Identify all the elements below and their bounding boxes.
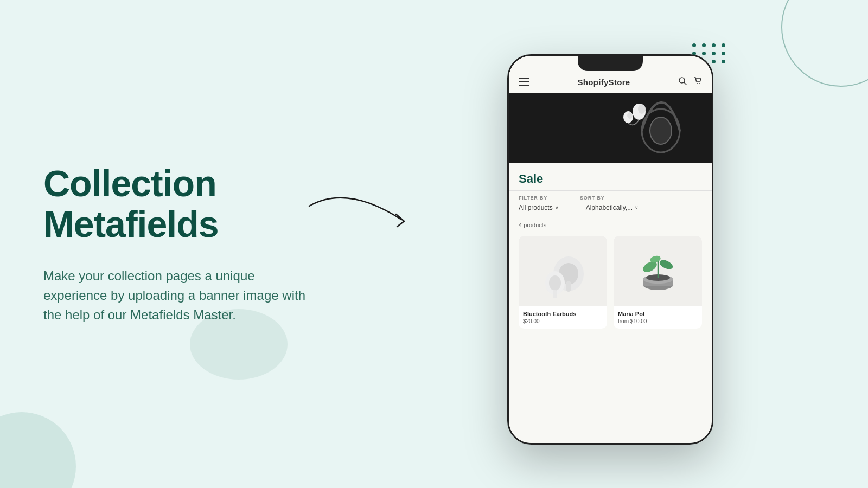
product-info-pot: Maria Pot from $10.00	[614, 306, 702, 329]
products-count: 4 products	[509, 216, 712, 232]
phone-screen: ShopifyStore	[509, 56, 712, 443]
product-price-earbuds: $20.00	[523, 318, 603, 324]
svg-point-14	[549, 275, 561, 291]
product-card-earbuds[interactable]: Bluetooth Earbuds $20.00	[519, 236, 607, 329]
store-name: ShopifyStore	[578, 78, 630, 87]
main-container: Collection Metafields Make your collecti…	[0, 0, 868, 488]
phone-mockup: ShopifyStore	[507, 54, 713, 445]
collection-banner	[509, 93, 712, 163]
svg-point-10	[627, 112, 633, 119]
hamburger-line-3	[519, 85, 529, 86]
page-description: Make your collection pages a unique expe…	[43, 266, 320, 325]
page-title: Collection Metafields	[43, 163, 320, 245]
arrow-decoration	[304, 190, 439, 235]
sort-chevron-icon: ∨	[635, 205, 639, 210]
svg-point-3	[699, 83, 700, 84]
phone-nav: ShopifyStore	[509, 71, 712, 93]
hamburger-line-2	[519, 81, 529, 82]
search-icon[interactable]	[678, 76, 687, 87]
left-content-section: Collection Metafields Make your collecti…	[0, 131, 353, 357]
product-card-pot[interactable]: Maria Pot from $10.00	[614, 236, 702, 329]
product-name-earbuds: Bluetooth Earbuds	[523, 311, 603, 317]
product-image-earbuds	[519, 236, 607, 306]
filter-sort-dropdowns: All products ∨ Alphabetically,... ∨	[519, 204, 702, 211]
sort-value: Alphabetically,...	[586, 204, 633, 211]
product-image-pot	[614, 236, 702, 306]
product-price-pot: from $10.00	[618, 318, 698, 324]
svg-point-23	[658, 258, 674, 271]
svg-point-8	[638, 104, 646, 114]
sort-by-label: SORT BY	[580, 195, 605, 201]
svg-line-1	[684, 82, 686, 85]
product-grid: Bluetooth Earbuds $20.00	[509, 232, 712, 333]
phone-area: ShopifyStore	[353, 43, 868, 445]
filter-sort-labels: FILTER BY SORT BY	[519, 195, 702, 201]
product-name-pot: Maria Pot	[618, 311, 698, 317]
svg-rect-16	[566, 281, 571, 292]
svg-point-6	[650, 117, 672, 144]
cart-icon[interactable]	[693, 76, 702, 87]
phone-notch	[578, 56, 643, 71]
filter-value: All products	[519, 204, 553, 211]
collection-title: Sale	[509, 163, 712, 190]
nav-icons-group	[678, 76, 702, 87]
hamburger-line-1	[519, 78, 529, 79]
filter-chevron-icon: ∨	[555, 205, 559, 210]
filter-dropdown[interactable]: All products ∨	[519, 204, 559, 211]
svg-rect-15	[553, 290, 557, 298]
filter-sort-section: FILTER BY SORT BY All products ∨ Alphabe…	[509, 190, 712, 216]
product-info-earbuds: Bluetooth Earbuds $20.00	[519, 306, 607, 329]
hamburger-menu-button[interactable]	[519, 78, 529, 86]
filter-by-label: FILTER BY	[519, 195, 547, 201]
svg-point-2	[697, 83, 698, 84]
sort-dropdown[interactable]: Alphabetically,... ∨	[586, 204, 639, 211]
